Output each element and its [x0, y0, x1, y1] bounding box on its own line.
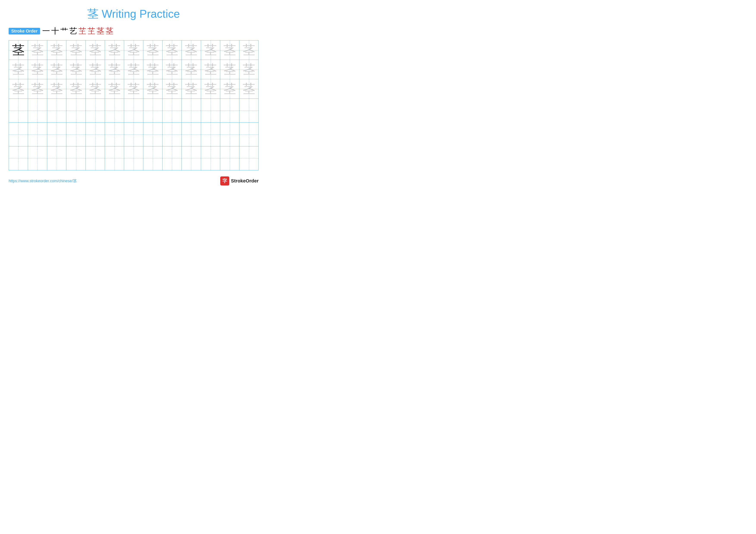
grid-row-0: 茎茎茎茎茎茎茎茎茎茎茎茎茎 [9, 40, 258, 60]
grid-cell[interactable] [67, 99, 86, 122]
grid-cell[interactable]: 茎 [143, 40, 162, 60]
grid-cell[interactable] [239, 146, 258, 170]
practice-char: 茎 [224, 83, 236, 95]
grid-cell[interactable]: 茎 [201, 60, 220, 79]
grid-cell[interactable]: 茎 [28, 40, 47, 60]
grid-cell[interactable] [182, 99, 201, 122]
grid-row-1: 茎茎茎茎茎茎茎茎茎茎茎茎茎 [9, 60, 258, 79]
grid-cell[interactable] [47, 123, 67, 146]
stroke-order-badge: Stroke Order [9, 28, 40, 35]
grid-cell[interactable] [143, 99, 162, 122]
grid-cell[interactable] [124, 146, 143, 170]
stroke-3: 艹 [60, 26, 68, 37]
grid-cell[interactable] [28, 99, 47, 122]
grid-cell[interactable] [201, 99, 220, 122]
grid-cell[interactable]: 茎 [162, 79, 182, 98]
grid-cell[interactable]: 茎 [201, 79, 220, 98]
page-title: 茎 Writing Practice [87, 8, 180, 20]
grid-cell[interactable]: 茎 [86, 60, 105, 79]
grid-cell[interactable] [105, 99, 124, 122]
grid-cell[interactable]: 茎 [220, 40, 239, 60]
grid-cell[interactable] [47, 99, 67, 122]
practice-char: 茎 [31, 63, 44, 76]
title-text: Writing Practice [102, 8, 180, 20]
grid-cell[interactable] [105, 146, 124, 170]
grid-cell[interactable] [105, 123, 124, 146]
title-section: 茎 Writing Practice [9, 7, 258, 21]
grid-cell[interactable] [124, 123, 143, 146]
grid-cell[interactable] [182, 123, 201, 146]
grid-cell[interactable]: 茎 [124, 79, 143, 98]
grid-cell[interactable] [86, 99, 105, 122]
grid-cell[interactable] [28, 146, 47, 170]
grid-cell[interactable]: 茎 [124, 40, 143, 60]
grid-cell[interactable]: 茎 [86, 79, 105, 98]
grid-cell[interactable]: 茎 [67, 79, 86, 98]
grid-row-5 [9, 146, 258, 170]
grid-cell[interactable]: 茎 [67, 40, 86, 60]
grid-cell[interactable]: 茎 [182, 40, 201, 60]
grid-cell[interactable]: 茎 [67, 60, 86, 79]
grid-cell[interactable]: 茎 [162, 60, 182, 79]
practice-char: 茎 [185, 44, 198, 57]
grid-cell[interactable]: 茎 [105, 60, 124, 79]
grid-cell[interactable] [162, 146, 182, 170]
grid-cell[interactable]: 茎 [201, 40, 220, 60]
grid-cell[interactable] [9, 99, 28, 122]
practice-char: 茎 [50, 83, 63, 95]
grid-cell[interactable] [67, 123, 86, 146]
grid-cell[interactable]: 茎 [28, 60, 47, 79]
stroke-chars: 一 十 艹 艺 芏 芏 茎 茎 [42, 26, 113, 37]
grid-cell[interactable] [86, 123, 105, 146]
grid-cell[interactable] [182, 146, 201, 170]
grid-cell[interactable]: 茎 [28, 79, 47, 98]
grid-cell[interactable]: 茎 [47, 60, 67, 79]
practice-char: 茎 [31, 83, 44, 95]
grid-cell[interactable]: 茎 [47, 79, 67, 98]
grid-cell[interactable]: 茎 [239, 60, 258, 79]
grid-cell[interactable] [162, 123, 182, 146]
footer: https://www.strokeorder.com/chinese/茎 字 … [9, 176, 258, 186]
stroke-4: 艺 [69, 26, 77, 37]
grid-cell[interactable] [67, 146, 86, 170]
grid-cell[interactable]: 茎 [47, 40, 67, 60]
grid-cell[interactable] [220, 146, 239, 170]
grid-cell[interactable]: 茎 [162, 40, 182, 60]
practice-char: 茎 [12, 83, 25, 95]
practice-char: 茎 [166, 44, 178, 57]
grid-cell[interactable] [9, 146, 28, 170]
grid-cell[interactable] [220, 123, 239, 146]
grid-cell[interactable]: 茎 [220, 60, 239, 79]
grid-cell[interactable] [9, 123, 28, 146]
grid-cell[interactable]: 茎 [182, 79, 201, 98]
grid-cell[interactable]: 茎 [9, 40, 28, 60]
practice-char: 茎 [89, 44, 101, 57]
grid-cell[interactable]: 茎 [143, 79, 162, 98]
grid-cell[interactable] [239, 123, 258, 146]
grid-cell[interactable] [220, 99, 239, 122]
grid-cell[interactable]: 茎 [239, 40, 258, 60]
grid-cell[interactable]: 茎 [9, 60, 28, 79]
grid-cell[interactable]: 茎 [143, 60, 162, 79]
grid-cell[interactable] [201, 146, 220, 170]
grid-cell[interactable] [239, 99, 258, 122]
grid-cell[interactable] [201, 123, 220, 146]
grid-cell[interactable]: 茎 [182, 60, 201, 79]
grid-cell[interactable] [28, 123, 47, 146]
grid-cell[interactable] [86, 146, 105, 170]
grid-cell[interactable] [143, 123, 162, 146]
grid-cell[interactable] [124, 99, 143, 122]
grid-cell[interactable]: 茎 [124, 60, 143, 79]
grid-cell[interactable]: 茎 [220, 79, 239, 98]
grid-cell[interactable] [47, 146, 67, 170]
grid-cell[interactable]: 茎 [9, 79, 28, 98]
grid-cell[interactable]: 茎 [239, 79, 258, 98]
grid-cell[interactable]: 茎 [86, 40, 105, 60]
grid-cell[interactable] [143, 146, 162, 170]
stroke-5: 芏 [78, 26, 86, 37]
grid-cell[interactable] [162, 99, 182, 122]
footer-url[interactable]: https://www.strokeorder.com/chinese/茎 [9, 178, 77, 184]
practice-grid: 茎茎茎茎茎茎茎茎茎茎茎茎茎茎茎茎茎茎茎茎茎茎茎茎茎茎茎茎茎茎茎茎茎茎茎茎茎茎茎 [9, 40, 258, 170]
grid-cell[interactable]: 茎 [105, 40, 124, 60]
grid-cell[interactable]: 茎 [105, 79, 124, 98]
